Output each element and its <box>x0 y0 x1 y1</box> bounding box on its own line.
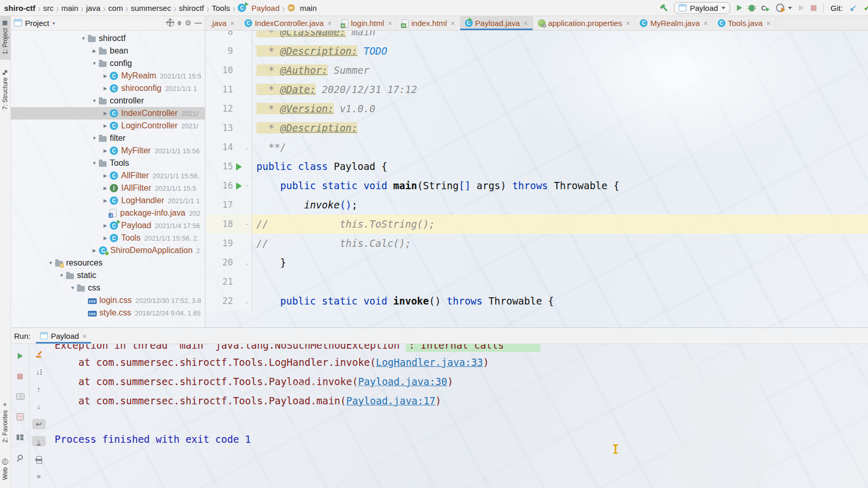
debug-icon[interactable] <box>749 5 755 11</box>
tree-item-login-css[interactable]: csslogin.css2020/12/30 17:52, 3.8 <box>11 294 205 307</box>
thread-dump-button[interactable] <box>14 390 27 403</box>
fold-marker-icon[interactable]: ⌄ <box>244 253 250 272</box>
locate-file-icon[interactable] <box>167 19 174 27</box>
tree-item-config[interactable]: ▼config <box>11 57 205 70</box>
close-icon[interactable]: × <box>524 19 528 28</box>
next-occurrence-button[interactable]: ↓ <box>32 401 46 412</box>
tree-expanded-arrow-icon[interactable]: ▼ <box>92 136 97 141</box>
clear-all-button[interactable] <box>32 349 46 360</box>
stop-disabled-icon[interactable] <box>811 5 817 11</box>
fold-marker-icon[interactable]: ⌄ <box>244 138 250 157</box>
tree-collapsed-arrow-icon[interactable]: ▶ <box>102 223 108 228</box>
tree-item-myrealm[interactable]: ▶CMyRealm2021/1/1 15:5 <box>11 70 205 82</box>
breadcrumb-item-java[interactable]: java <box>86 4 101 12</box>
close-icon[interactable]: × <box>82 332 87 340</box>
tree-item-allfilter[interactable]: ▶CAllFilter2021/1/1 15:56, <box>11 169 205 182</box>
tab-myrealm-java[interactable]: CMyRealm.java× <box>635 16 712 30</box>
git-commit-icon[interactable]: ✔ <box>864 3 868 13</box>
tree-collapsed-arrow-icon[interactable]: ▶ <box>102 148 108 153</box>
collapse-all-icon[interactable] <box>177 21 182 25</box>
run-config-combo[interactable]: Payload <box>674 2 730 14</box>
tree-item-shiroctf[interactable]: ▼shiroctf <box>11 32 205 45</box>
close-icon[interactable]: × <box>230 19 235 28</box>
stripe-button-web[interactable]: Web <box>0 453 10 485</box>
tree-item-shirodemoapplication[interactable]: ▶CShiroDemoApplication2 <box>11 244 205 257</box>
close-icon[interactable]: × <box>388 19 392 28</box>
tree-expanded-arrow-icon[interactable]: ▼ <box>59 273 64 278</box>
tree-collapsed-arrow-icon[interactable]: ▶ <box>102 123 108 128</box>
stripe-button-favorites[interactable]: 2: Favorites★ <box>0 395 10 448</box>
breadcrumb-item-tools[interactable]: Tools <box>212 4 230 12</box>
breadcrumb-item-payload[interactable]: CPayload <box>238 4 279 12</box>
git-update-icon[interactable]: ↙ <box>849 3 857 14</box>
tab-tools-java[interactable]: CTools.java× <box>713 16 776 30</box>
tree-item-style-css[interactable]: cssstyle.css2018/12/24 9:04, 1.65 <box>11 307 205 319</box>
profiler-icon[interactable] <box>776 4 792 12</box>
breadcrumb-item-src[interactable]: src <box>43 4 54 12</box>
fold-marker-icon[interactable]: − <box>244 176 250 195</box>
run-disabled-icon[interactable] <box>799 5 804 11</box>
tree-item-filter[interactable]: ▼filter <box>11 132 205 144</box>
coverage-icon[interactable]: C <box>761 4 769 12</box>
tree-collapsed-arrow-icon[interactable]: ▶ <box>102 111 108 116</box>
close-icon[interactable]: × <box>704 19 708 28</box>
run-tab-payload[interactable]: Payload × <box>36 328 91 344</box>
tree-expanded-arrow-icon[interactable]: ▼ <box>92 161 97 166</box>
tree-expanded-arrow-icon[interactable]: ▼ <box>92 98 97 103</box>
layout-settings-button[interactable] <box>14 430 27 444</box>
tab-application-properties[interactable]: application.properties× <box>533 16 636 30</box>
prev-occurrence-button[interactable]: ↑ <box>32 384 46 394</box>
rerun-button[interactable] <box>14 349 27 363</box>
tree-item-resources[interactable]: ▼resources <box>11 257 205 269</box>
run-line-icon[interactable] <box>236 163 242 170</box>
tree-collapsed-arrow-icon[interactable]: ▶ <box>102 198 108 203</box>
tab-index-html[interactable]: Hindex.html× <box>397 16 460 30</box>
breadcrumb-item-com[interactable]: com <box>108 4 123 12</box>
tree-item-payload[interactable]: ▶CPayload2021/1/4 17:56 <box>11 219 205 232</box>
close-icon[interactable]: × <box>450 19 455 28</box>
scroll-down-stack-button[interactable]: ↓ <box>32 366 46 377</box>
tree-item-tools[interactable]: ▼Tools <box>11 157 205 169</box>
restore-layout-button[interactable] <box>14 410 27 424</box>
print-button[interactable] <box>32 453 46 464</box>
tree-collapsed-arrow-icon[interactable]: ▶ <box>102 86 108 91</box>
tree-collapsed-arrow-icon[interactable]: ▶ <box>102 173 108 178</box>
tree-expanded-arrow-icon[interactable]: ▼ <box>92 61 97 66</box>
tree-item-bean[interactable]: ▶bean <box>11 45 205 57</box>
tree-item-package-info-java[interactable]: Jpackage-info.java202 <box>11 207 205 219</box>
breadcrumb-item-shiroctf[interactable]: shiroctf <box>179 4 204 12</box>
stack-trace-link[interactable]: LogHandler.java:33 <box>376 357 483 368</box>
run-line-icon[interactable] <box>236 182 242 190</box>
close-icon[interactable]: × <box>766 19 770 28</box>
build-icon[interactable] <box>659 4 667 12</box>
tree-item-indexcontroller[interactable]: ▶CIndexController2021/ <box>11 107 205 120</box>
tab-indexcontroller-java[interactable]: CIndexController.java× <box>240 16 337 30</box>
tree-expanded-arrow-icon[interactable]: ▼ <box>48 260 54 266</box>
tree-collapsed-arrow-icon[interactable]: ▶ <box>92 248 97 253</box>
soft-wrap-button[interactable]: ↩ <box>32 419 46 429</box>
tree-collapsed-arrow-icon[interactable]: ▶ <box>92 48 97 54</box>
stack-trace-link[interactable]: Payload.java:17 <box>346 395 436 406</box>
breadcrumb-item-summersec[interactable]: summersec <box>131 4 171 12</box>
tree-item-iallfilter[interactable]: ▶IIAllFilter2021/1/1 15:5 <box>11 182 205 194</box>
breadcrumb-item-shiro-ctf[interactable]: shiro-ctf <box>4 4 35 12</box>
fold-marker-icon[interactable]: ⌄ <box>244 292 250 311</box>
chevron-down-icon[interactable]: ▾ <box>53 20 55 26</box>
tree-item-static[interactable]: ▼static <box>11 269 205 282</box>
tree-expanded-arrow-icon[interactable]: ▼ <box>70 285 75 291</box>
tree-item-tools[interactable]: ▶CTools2021/1/1 15:56, 2. <box>11 232 205 244</box>
breadcrumb-item-main[interactable]: mmain <box>288 4 317 12</box>
scroll-to-end-button[interactable]: ↓ <box>32 436 46 446</box>
stripe-button-project[interactable]: 1: Project <box>0 16 10 60</box>
tree-item-loghandler[interactable]: ▶CLogHandler2021/1/1 1 <box>11 194 205 207</box>
run-icon[interactable] <box>737 5 742 11</box>
tree-item-logincontroller[interactable]: ▶CLoginController2021/ <box>11 120 205 132</box>
more-options-button[interactable]: » <box>32 471 46 481</box>
settings-gear-icon[interactable]: ⚙ <box>185 19 191 27</box>
close-icon[interactable]: × <box>626 19 630 28</box>
code-editor[interactable]: 8 * @ClassName: main9 * @Description: TO… <box>205 31 868 327</box>
breadcrumb-item-main[interactable]: main <box>61 4 79 12</box>
tab--java[interactable]: .java× <box>205 16 240 30</box>
tree-collapsed-arrow-icon[interactable]: ▶ <box>102 73 108 78</box>
hide-panel-icon[interactable]: — <box>195 19 202 27</box>
